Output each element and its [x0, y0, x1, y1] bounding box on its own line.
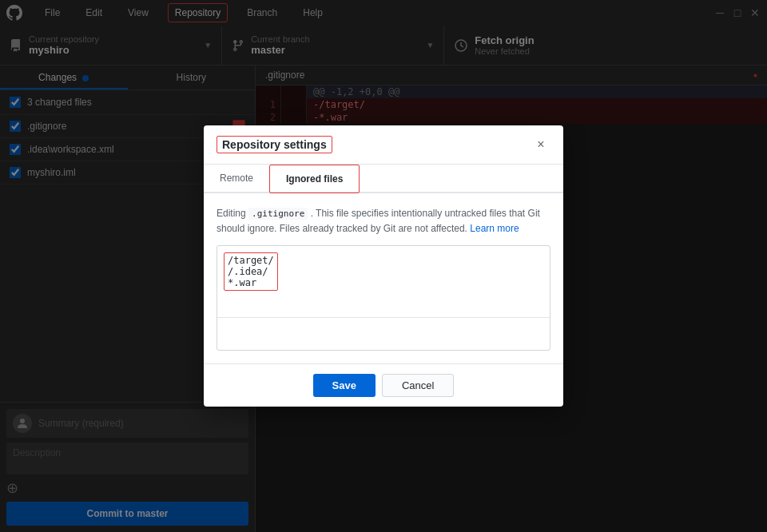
- learn-more-link[interactable]: Learn more: [470, 223, 519, 234]
- editor-highlighted-text: /target//.idea/*.war: [224, 252, 278, 291]
- modal-description: Editing .gitignore . This file specifies…: [217, 206, 550, 236]
- cancel-button[interactable]: Cancel: [382, 374, 454, 397]
- gitignore-editor[interactable]: /target//.idea/*.war: [217, 245, 550, 351]
- modal-overlay: Repository settings × Remote Ignored fil…: [0, 0, 767, 532]
- desc-filename: .gitignore: [248, 208, 308, 220]
- modal: Repository settings × Remote Ignored fil…: [204, 125, 563, 407]
- modal-body: Editing .gitignore . This file specifies…: [204, 193, 563, 363]
- modal-title: Repository settings: [217, 136, 332, 153]
- editor-content-area: /target//.idea/*.war: [217, 246, 550, 318]
- modal-header: Repository settings ×: [204, 125, 563, 165]
- tab-remote[interactable]: Remote: [204, 165, 269, 192]
- tab-ignored-files[interactable]: Ignored files: [269, 165, 360, 193]
- modal-tabs: Remote Ignored files: [204, 165, 563, 193]
- editor-empty-area[interactable]: [217, 318, 550, 350]
- modal-close-button[interactable]: ×: [531, 135, 550, 154]
- modal-footer: Save Cancel: [204, 363, 563, 407]
- desc-prefix: Editing: [217, 208, 246, 219]
- save-button[interactable]: Save: [313, 374, 376, 397]
